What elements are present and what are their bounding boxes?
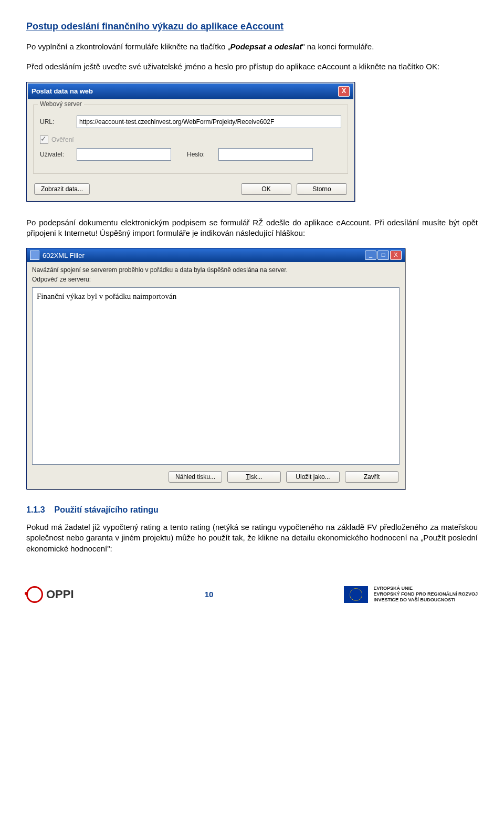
oppi-logo-block: OPPI — [26, 586, 74, 603]
overeni-label: Ověření — [51, 136, 74, 143]
group-legend: Webový server — [38, 100, 84, 108]
user-label: Uživatel: — [40, 151, 77, 158]
eu-line3: INVESTICE DO VAŠÍ BUDOUCNOSTI — [373, 597, 478, 603]
pass-label: Heslo: — [187, 151, 218, 158]
dialog2-title-text: 602XML Filler — [43, 252, 85, 259]
ok-button[interactable]: OK — [241, 183, 291, 195]
checkbox-overeni — [40, 136, 48, 144]
print-preview-button[interactable]: Náhled tisku... — [169, 471, 222, 483]
eu-block: EVROPSKÁ UNIE EVROPSKÝ FOND PRO REGIONÁL… — [344, 586, 478, 603]
minimize-icon[interactable]: _ — [365, 251, 376, 260]
paragraph-3: Po podepsání dokumentu elektronickým pod… — [26, 217, 478, 239]
group-web-server: Webový server URL: Ověření Uživatel: Hes… — [33, 105, 348, 174]
url-label: URL: — [40, 118, 77, 126]
print-rest: isk... — [249, 473, 262, 481]
close-icon[interactable]: X — [390, 251, 402, 260]
maximize-icon[interactable]: □ — [377, 251, 389, 260]
subsection-number: 1.1.3 — [26, 505, 45, 514]
oppi-icon — [26, 586, 43, 603]
dialog-titlebar: Poslat data na web X — [28, 84, 353, 99]
section-heading: Postup odeslání finančního výkazu do apl… — [26, 21, 478, 32]
response-body: Finanční výkaz byl v pořádku naimportová… — [37, 292, 176, 300]
print-button[interactable]: Tisk... — [227, 471, 281, 483]
eu-flag-icon — [344, 586, 368, 603]
paragraph-4: Pokud má žadatel již vypočtený rating a … — [26, 522, 478, 554]
p1-a: Po vyplnění a zkontrolování formuláře kl… — [26, 42, 230, 51]
subsection-title: Použití stávajícího ratingu — [55, 505, 159, 514]
dialog-send-data: Poslat data na web X Webový server URL: … — [26, 82, 355, 202]
server-response-label: Odpověď ze serveru: — [27, 275, 405, 285]
cancel-button[interactable]: Storno — [297, 183, 347, 195]
paragraph-1: Po vyplnění a zkontrolování formuláře kl… — [26, 41, 478, 52]
page-footer: OPPI 10 EVROPSKÁ UNIE EVROPSKÝ FOND PRO … — [26, 586, 478, 603]
paragraph-2: Před odesláním ještě uveďte své uživatel… — [26, 61, 478, 72]
dialog-filler: 602XML Filler _ □ X Navázání spojení se … — [26, 248, 405, 489]
dialog-title-text: Poslat data na web — [32, 87, 93, 95]
oppi-text: OPPI — [46, 588, 74, 601]
p1-b: " na konci formuláře. — [302, 42, 374, 51]
close-icon[interactable]: X — [338, 86, 350, 97]
app-icon — [30, 251, 39, 260]
eu-line2: EVROPSKÝ FOND PRO REGIONÁLNÍ ROZVOJ — [373, 591, 478, 597]
show-data-button[interactable]: Zobrazit data... — [34, 183, 90, 195]
pass-input[interactable] — [218, 148, 313, 161]
p1-em: Podepsat a odeslat — [230, 42, 302, 51]
page-number: 10 — [205, 590, 214, 599]
status-text: Navázání spojení se serverem proběhlo v … — [27, 262, 405, 275]
eu-text: EVROPSKÁ UNIE EVROPSKÝ FOND PRO REGIONÁL… — [373, 586, 478, 603]
save-as-button[interactable]: Uložit jako... — [286, 471, 340, 483]
response-pane: Finanční výkaz byl v pořádku naimportová… — [32, 287, 400, 465]
user-input[interactable] — [77, 148, 171, 161]
dialog2-titlebar: 602XML Filler _ □ X — [27, 248, 405, 262]
close-button[interactable]: Zavřít — [345, 471, 398, 483]
subsection-heading: 1.1.3Použití stávajícího ratingu — [26, 505, 478, 515]
url-input[interactable] — [77, 116, 341, 128]
eu-line1: EVROPSKÁ UNIE — [373, 586, 478, 591]
